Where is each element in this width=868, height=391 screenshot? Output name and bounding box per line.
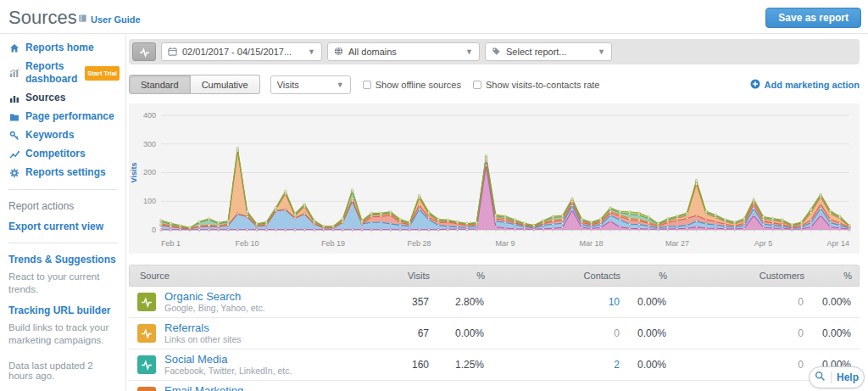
sidebar-item-competitors[interactable]: Competitors — [8, 148, 117, 160]
svg-text:Mar 27: Mar 27 — [665, 239, 689, 248]
sidebar-item-label: Keywords — [25, 129, 74, 142]
contacts-pct-value: 0.00% — [623, 296, 670, 308]
search-icon[interactable] — [815, 370, 826, 385]
sidebar-item-label: Competitors — [25, 148, 86, 160]
standard-toggle-button[interactable]: Standard — [129, 75, 191, 94]
sidebar: Reports home Reports dashboard Start Tri… — [0, 35, 126, 391]
chevron-down-icon: ▼ — [308, 47, 315, 56]
book-icon — [78, 14, 87, 25]
report-actions-label: Report actions — [8, 200, 117, 212]
globe-icon — [334, 47, 343, 58]
source-description: Google, Bing, Yahoo, etc. — [164, 303, 265, 314]
metric-value: Visits — [277, 80, 299, 90]
sidebar-item-reports-settings[interactable]: Reports settings — [8, 166, 117, 179]
pulse-icon — [139, 47, 150, 58]
date-range-value: 02/01/2017 - 04/15/2017... — [182, 47, 292, 57]
tracking-url-builder-link[interactable]: Tracking URL builder — [8, 304, 117, 316]
visits-pct-value: 0.00% — [432, 327, 487, 339]
sources-chart-svg[interactable]: 0100200300400Feb 1Feb 10Feb 19Feb 28Mar … — [129, 103, 860, 254]
customers-value: 0 — [670, 296, 807, 308]
visits-pct-value: 1.25% — [432, 359, 487, 371]
home-icon — [8, 43, 19, 53]
help-divider — [831, 371, 832, 383]
visits-value: 160 — [324, 359, 432, 371]
calendar-icon — [168, 47, 177, 58]
help-label[interactable]: Help — [837, 371, 859, 383]
svg-text:Visits: Visits — [130, 163, 138, 183]
source-link[interactable]: Referrals — [164, 321, 241, 334]
chart-controls: Standard Cumulative Visits ▼ Show offlin… — [129, 75, 860, 94]
sidebar-item-keywords[interactable]: Keywords — [8, 129, 117, 142]
source-description: Facebook, Twitter, LinkedIn, etc. — [164, 366, 292, 377]
email-marketing-pulse-icon — [137, 387, 156, 391]
source-link[interactable]: Email Marketing — [164, 384, 243, 391]
select-report-dropdown[interactable]: Select report... ▼ — [485, 42, 612, 61]
source-description: Links on other sites — [164, 334, 241, 345]
col-contacts: Contacts — [488, 271, 624, 281]
sidebar-item-sources[interactable]: Sources — [8, 92, 117, 104]
svg-text:100: 100 — [143, 197, 156, 205]
contacts-link[interactable]: 10 — [487, 296, 623, 308]
customers-pct-value: 0.00% — [807, 327, 854, 339]
cumulative-toggle-button[interactable]: Cumulative — [191, 75, 260, 94]
tracking-description: Build links to track your marketing camp… — [8, 321, 117, 347]
last-updated-note: Data last updated 2 hours ago. — [8, 360, 117, 381]
checkbox-icon — [473, 81, 481, 89]
checkbox-icon — [363, 81, 371, 89]
col-visits: Visits — [325, 271, 433, 281]
trends-suggestions-link[interactable]: Trends & Suggestions — [8, 254, 117, 265]
metric-dropdown[interactable]: Visits ▼ — [270, 75, 351, 94]
sidebar-item-page-performance[interactable]: Page performance — [8, 110, 117, 123]
svg-text:Feb 19: Feb 19 — [321, 239, 345, 248]
contacts-link[interactable]: 2 — [487, 359, 623, 371]
svg-text:0: 0 — [152, 226, 156, 234]
table-row-referrals: Referrals Links on other sites 67 0.00% … — [129, 318, 860, 349]
customers-value: 0 — [670, 327, 807, 339]
table-row-organic-search: Organic Search Google, Bing, Yahoo, etc.… — [129, 287, 860, 318]
tag-icon — [492, 47, 501, 58]
svg-text:400: 400 — [143, 111, 156, 120]
select-report-value: Select report... — [506, 47, 567, 57]
chevron-down-icon: ▼ — [598, 47, 605, 56]
save-as-report-button[interactable]: Save as report — [765, 8, 861, 28]
col-contacts-pct: % — [624, 271, 670, 281]
social-media-pulse-icon — [137, 355, 156, 374]
table-row-email-marketing: Email Marketing Email links 938 5.22% 49… — [129, 381, 860, 391]
sources-pulse-button[interactable] — [132, 42, 156, 61]
user-guide-link[interactable]: User Guide — [78, 14, 141, 25]
svg-text:Mar 18: Mar 18 — [580, 239, 604, 248]
col-customers-pct: % — [808, 271, 855, 281]
bar-chart-icon — [8, 93, 19, 103]
source-link[interactable]: Organic Search — [164, 290, 265, 303]
show-offline-sources-label: Show offline sources — [376, 80, 461, 90]
date-range-dropdown[interactable]: 02/01/2017 - 04/15/2017... ▼ — [161, 42, 322, 61]
domain-dropdown[interactable]: All domains ▼ — [327, 42, 480, 61]
svg-text:Feb 1: Feb 1 — [161, 239, 181, 248]
svg-text:200: 200 — [143, 169, 156, 177]
sidebar-item-label: Reports settings — [25, 166, 106, 179]
show-visits-to-contacts-label: Show visits-to-contacts rate — [486, 80, 600, 90]
domain-value: All domains — [348, 47, 397, 57]
trends-description: React to your current trends. — [8, 271, 117, 296]
plus-circle-icon — [750, 79, 760, 91]
sidebar-item-reports-home[interactable]: Reports home — [8, 42, 117, 54]
svg-text:Mar 9: Mar 9 — [496, 239, 515, 248]
dashboard-chart-icon — [8, 68, 19, 78]
view-mode-toggle: Standard Cumulative — [129, 75, 260, 94]
start-trial-badge[interactable]: Start Trial — [85, 66, 120, 81]
help-widget[interactable]: Help — [809, 366, 865, 388]
sidebar-item-reports-dashboard[interactable]: Reports dashboard Start Trial — [8, 60, 117, 86]
sidebar-divider — [8, 189, 117, 190]
show-offline-sources-checkbox[interactable]: Show offline sources — [363, 80, 461, 90]
svg-text:Feb 28: Feb 28 — [408, 239, 431, 248]
add-marketing-action-link[interactable]: Add marketing action — [750, 79, 860, 91]
col-customers: Customers — [670, 271, 808, 281]
referrals-pulse-icon — [137, 324, 156, 343]
show-visits-to-contacts-checkbox[interactable]: Show visits-to-contacts rate — [473, 80, 600, 90]
export-current-view-link[interactable]: Export current view — [8, 221, 117, 232]
source-link[interactable]: Social Media — [164, 353, 292, 366]
svg-text:Feb 10: Feb 10 — [236, 239, 259, 248]
sources-area-chart[interactable]: 0100200300400Feb 1Feb 10Feb 19Feb 28Mar … — [129, 103, 860, 254]
key-icon — [8, 131, 19, 141]
table-header-row: Source Visits % Contacts % Customers % — [129, 265, 860, 287]
